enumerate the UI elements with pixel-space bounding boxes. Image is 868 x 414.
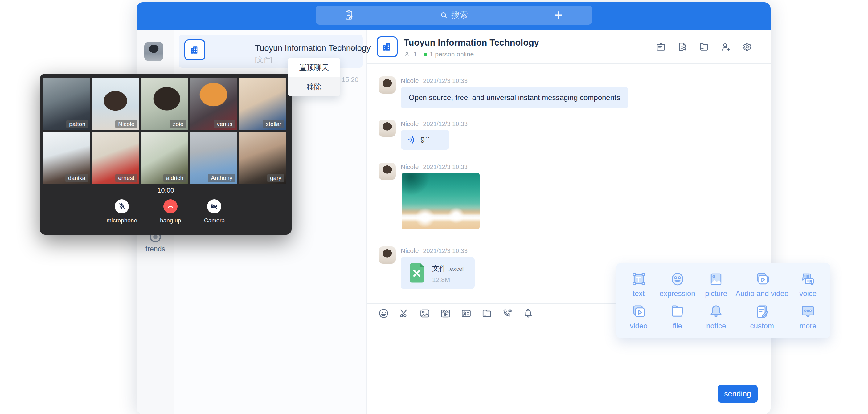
feature-item-text[interactable]: text bbox=[619, 268, 658, 300]
message-avatar[interactable] bbox=[378, 247, 396, 264]
sender-name: Nicole bbox=[401, 163, 418, 170]
participant-video-tile[interactable]: stellar bbox=[239, 78, 286, 130]
message-time: 2021/12/3 10:33 bbox=[423, 121, 468, 127]
add-member-icon[interactable] bbox=[720, 41, 731, 52]
hang-up-button[interactable]: hang up bbox=[160, 199, 181, 224]
message-avatar[interactable] bbox=[378, 120, 396, 137]
participant-video-tile[interactable]: danika bbox=[43, 132, 90, 184]
feature-panel: text expression picture bbox=[616, 263, 830, 338]
notice-board-icon[interactable] bbox=[655, 41, 666, 52]
group-avatar-building-icon bbox=[184, 39, 205, 60]
feature-item-notice[interactable]: notice bbox=[696, 300, 736, 333]
participant-video-tile[interactable]: Nicole bbox=[92, 78, 139, 130]
message-time: 2021/12/3 10:33 bbox=[423, 247, 468, 254]
chat-header: Tuoyun Information Technology 1 1 person… bbox=[367, 30, 771, 64]
message-avatar[interactable] bbox=[378, 76, 396, 94]
video-clapper-icon[interactable] bbox=[440, 308, 451, 319]
feature-item-expression[interactable]: expression bbox=[658, 268, 697, 300]
microphone-button[interactable]: microphone bbox=[107, 199, 137, 224]
message-meta: Nicole2021/12/3 10:33 bbox=[401, 163, 468, 171]
participant-video-tile[interactable]: ernest bbox=[92, 132, 139, 184]
member-count: 1 bbox=[413, 51, 417, 58]
video-call-phone-icon[interactable] bbox=[502, 308, 513, 319]
user-avatar[interactable] bbox=[144, 42, 163, 61]
feature-item-file[interactable]: file bbox=[658, 300, 697, 333]
file-folder-icon[interactable] bbox=[699, 41, 710, 52]
participant-video-tile[interactable]: patton bbox=[43, 78, 90, 130]
participant-name: aldrich bbox=[163, 174, 186, 182]
hang-up-label: hang up bbox=[160, 217, 181, 224]
participant-name: ernest bbox=[115, 174, 137, 182]
participant-video-tile[interactable]: gary bbox=[239, 132, 286, 184]
message-meta: Nicole2021/12/3 10:33 bbox=[401, 120, 468, 128]
emoji-icon[interactable] bbox=[378, 308, 389, 319]
file-size: 12.8M bbox=[432, 276, 450, 283]
file-message-card[interactable]: 文件 .excel 12.8M bbox=[401, 257, 475, 289]
participant-name: gary bbox=[267, 174, 284, 182]
message-meta: Nicole2021/12/3 10:33 bbox=[401, 247, 468, 254]
contact-card-icon[interactable] bbox=[461, 308, 472, 319]
chat-subheader: 1 1 person online bbox=[404, 51, 474, 58]
message-time: 2021/12/3 10:33 bbox=[423, 77, 468, 84]
online-status: 1 person online bbox=[430, 51, 474, 58]
chat-record-search-icon[interactable] bbox=[677, 41, 688, 52]
participant-name: patton bbox=[66, 120, 88, 128]
file-folder-light-icon bbox=[669, 303, 686, 320]
participant-grid: patton Nicole zoie venus stellar danika … bbox=[43, 78, 288, 184]
composer-toolbar bbox=[378, 308, 534, 319]
call-timer: 10:00 bbox=[40, 186, 291, 194]
sender-name: Nicole bbox=[401, 120, 418, 127]
hang-up-icon bbox=[163, 199, 178, 214]
feature-item-picture[interactable]: picture bbox=[696, 268, 736, 300]
settings-gear-icon[interactable] bbox=[742, 41, 753, 52]
message-text: Open source, free, and universal instant… bbox=[409, 93, 620, 102]
conversation-time: 15:20 bbox=[339, 44, 356, 52]
camera-button[interactable]: Camera bbox=[204, 199, 225, 224]
file-icon[interactable] bbox=[481, 308, 493, 319]
microphone-label: microphone bbox=[107, 217, 137, 224]
feature-item-more[interactable]: more bbox=[788, 300, 827, 333]
microphone-muted-icon bbox=[115, 199, 129, 214]
message-time: 2021/12/3 10:33 bbox=[423, 164, 468, 170]
image-message-beach-photo[interactable] bbox=[402, 173, 479, 229]
text-tool-icon bbox=[630, 271, 647, 287]
notice-bell-icon[interactable] bbox=[523, 308, 534, 319]
custom-edit-icon bbox=[754, 303, 770, 320]
participant-name: Nicole bbox=[115, 120, 137, 128]
camera-off-icon bbox=[207, 199, 221, 214]
image-icon[interactable] bbox=[419, 308, 431, 319]
message-avatar[interactable] bbox=[378, 163, 396, 180]
feature-item-voice[interactable]: voice bbox=[788, 268, 827, 300]
search-input[interactable]: 搜索 bbox=[316, 5, 592, 25]
menu-item-remove[interactable]: 移除 bbox=[288, 77, 340, 96]
notice-bell-light-icon bbox=[708, 303, 724, 320]
participant-name: Anthony bbox=[208, 174, 235, 182]
voice-wave-icon bbox=[407, 135, 417, 145]
sender-name: Nicole bbox=[401, 247, 418, 254]
participant-name: danika bbox=[65, 174, 88, 182]
feature-item-video[interactable]: video bbox=[619, 300, 658, 333]
voice-message-bubble[interactable]: 9`` bbox=[401, 130, 450, 150]
participant-video-tile[interactable]: venus bbox=[190, 78, 237, 130]
feature-item-audio-video[interactable]: Audio and video bbox=[736, 268, 788, 300]
participant-video-tile[interactable]: Anthony bbox=[190, 132, 237, 184]
audio-video-icon bbox=[754, 271, 770, 287]
sender-name: Nicole bbox=[401, 77, 418, 84]
participant-video-tile[interactable]: zoie bbox=[141, 78, 188, 130]
search-bar[interactable]: 搜索 + bbox=[316, 5, 592, 25]
menu-item-pin-chat[interactable]: 置顶聊天 bbox=[288, 58, 340, 77]
message-meta: Nicole2021/12/3 10:33 bbox=[401, 77, 468, 85]
add-button[interactable]: + bbox=[554, 5, 562, 25]
conversation-last-message: [文件] bbox=[255, 55, 272, 64]
more-dots-icon bbox=[800, 303, 816, 320]
send-button[interactable]: sending bbox=[718, 385, 758, 403]
file-name: 文件 .excel bbox=[432, 264, 464, 273]
member-icon bbox=[404, 51, 411, 58]
feature-item-custom[interactable]: custom bbox=[736, 300, 788, 333]
screenshot-scissors-icon[interactable] bbox=[399, 308, 410, 319]
participant-video-tile[interactable]: aldrich bbox=[141, 132, 188, 184]
text-message-bubble[interactable]: Open source, free, and universal instant… bbox=[401, 87, 628, 108]
camera-label: Camera bbox=[204, 217, 225, 224]
excel-file-icon bbox=[407, 262, 427, 284]
search-placeholder: 搜索 bbox=[451, 9, 468, 21]
